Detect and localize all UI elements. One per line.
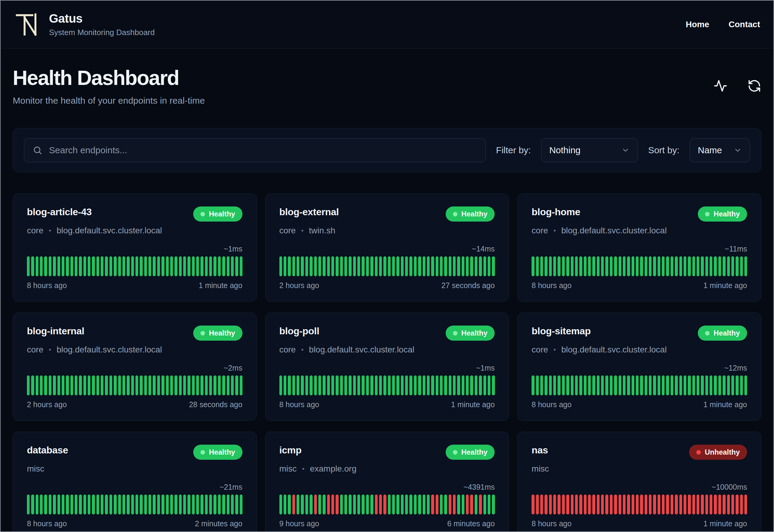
health-bar[interactable] <box>227 495 229 514</box>
health-bar[interactable] <box>314 256 317 276</box>
health-bar[interactable] <box>366 375 369 395</box>
health-bar[interactable] <box>31 495 34 514</box>
health-bar[interactable] <box>79 256 82 276</box>
health-bar[interactable] <box>379 375 382 395</box>
health-bar[interactable] <box>179 495 182 514</box>
health-bar[interactable] <box>31 375 34 395</box>
health-bar[interactable] <box>157 375 160 395</box>
health-bar[interactable] <box>213 256 216 276</box>
health-bar[interactable] <box>292 375 295 395</box>
health-bar[interactable] <box>532 375 534 395</box>
health-bar[interactable] <box>662 256 665 276</box>
health-bar[interactable] <box>213 375 216 395</box>
nav-link-home[interactable]: Home <box>686 20 709 29</box>
health-bar[interactable] <box>723 495 725 514</box>
health-bar[interactable] <box>157 256 160 276</box>
health-bar[interactable] <box>632 256 634 276</box>
health-bar[interactable] <box>740 256 743 276</box>
health-bar[interactable] <box>627 256 630 276</box>
health-bar[interactable] <box>444 495 447 514</box>
health-bar[interactable] <box>209 256 212 276</box>
health-bar[interactable] <box>592 495 595 514</box>
health-bar[interactable] <box>92 495 95 514</box>
health-bar[interactable] <box>536 256 539 276</box>
health-bar[interactable] <box>470 256 473 276</box>
health-bar[interactable] <box>205 256 208 276</box>
health-bar[interactable] <box>148 375 151 395</box>
health-bar[interactable] <box>109 375 112 395</box>
health-bar[interactable] <box>92 256 95 276</box>
health-bar[interactable] <box>736 256 738 276</box>
health-bar[interactable] <box>562 256 565 276</box>
health-bar[interactable] <box>418 375 421 395</box>
health-bar[interactable] <box>327 375 330 395</box>
health-bar[interactable] <box>423 375 425 395</box>
health-bar[interactable] <box>297 375 299 395</box>
health-bar[interactable] <box>170 495 173 514</box>
health-bar[interactable] <box>222 256 225 276</box>
health-bar[interactable] <box>62 375 64 395</box>
health-bar[interactable] <box>235 256 238 276</box>
health-bar[interactable] <box>710 256 712 276</box>
health-bar[interactable] <box>231 256 234 276</box>
health-bar[interactable] <box>392 256 395 276</box>
health-bar[interactable] <box>623 375 626 395</box>
health-bar[interactable] <box>427 375 430 395</box>
health-bar[interactable] <box>231 495 234 514</box>
health-bar[interactable] <box>418 256 421 276</box>
health-bar[interactable] <box>310 256 312 276</box>
health-bar[interactable] <box>83 256 86 276</box>
health-bar[interactable] <box>187 256 190 276</box>
health-bar[interactable] <box>301 256 304 276</box>
health-bar[interactable] <box>170 375 173 395</box>
health-bar[interactable] <box>148 495 151 514</box>
health-bar[interactable] <box>440 495 443 514</box>
health-bar[interactable] <box>370 495 373 514</box>
health-bar[interactable] <box>666 375 669 395</box>
health-bar[interactable] <box>353 256 356 276</box>
health-bar[interactable] <box>632 495 634 514</box>
health-bar[interactable] <box>610 256 613 276</box>
health-bar[interactable] <box>336 375 338 395</box>
health-bar[interactable] <box>388 495 391 514</box>
health-bar[interactable] <box>575 495 578 514</box>
health-bar[interactable] <box>314 495 317 514</box>
health-bar[interactable] <box>645 375 647 395</box>
health-bar[interactable] <box>135 256 138 276</box>
health-bar[interactable] <box>70 495 73 514</box>
health-bar[interactable] <box>653 495 656 514</box>
health-bar[interactable] <box>392 375 395 395</box>
health-bar[interactable] <box>431 495 434 514</box>
health-bar[interactable] <box>161 495 164 514</box>
health-bar[interactable] <box>744 375 747 395</box>
health-bar[interactable] <box>231 375 234 395</box>
health-bar[interactable] <box>462 495 464 514</box>
health-bar[interactable] <box>675 375 678 395</box>
health-bar[interactable] <box>157 495 160 514</box>
health-bar[interactable] <box>235 375 238 395</box>
health-bar[interactable] <box>44 375 47 395</box>
health-bar[interactable] <box>457 256 460 276</box>
health-bar[interactable] <box>205 375 208 395</box>
health-bar[interactable] <box>684 375 686 395</box>
endpoint-card[interactable]: blog-sitemap Healthy core • blog.default… <box>517 313 761 421</box>
health-bar[interactable] <box>619 495 621 514</box>
health-bar[interactable] <box>96 256 99 276</box>
health-bar[interactable] <box>279 256 282 276</box>
health-bar[interactable] <box>170 256 173 276</box>
health-bar[interactable] <box>627 495 630 514</box>
health-bar[interactable] <box>671 256 673 276</box>
health-bar[interactable] <box>353 495 356 514</box>
health-bar[interactable] <box>553 495 556 514</box>
health-bar[interactable] <box>692 256 695 276</box>
health-bar[interactable] <box>532 256 534 276</box>
health-bar[interactable] <box>279 495 282 514</box>
health-bar[interactable] <box>144 256 147 276</box>
health-bar[interactable] <box>96 375 99 395</box>
health-bar[interactable] <box>196 495 199 514</box>
health-bar[interactable] <box>492 256 495 276</box>
health-bar[interactable] <box>83 495 86 514</box>
health-bar[interactable] <box>462 375 464 395</box>
health-bar[interactable] <box>36 256 38 276</box>
health-bar[interactable] <box>66 495 69 514</box>
